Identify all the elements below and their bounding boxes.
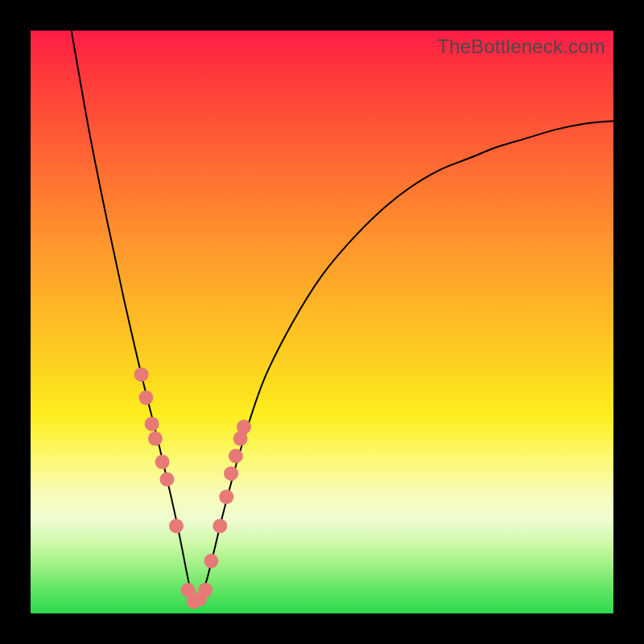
highlight-dot xyxy=(134,367,149,382)
highlight-dot xyxy=(155,455,170,469)
highlight-dot xyxy=(213,518,227,533)
highlight-dot xyxy=(224,466,238,481)
highlight-dots xyxy=(134,367,251,609)
plot-area: TheBottleneck.com xyxy=(31,31,613,613)
highlight-dot xyxy=(148,431,163,446)
highlight-dot xyxy=(229,449,243,464)
chart-svg xyxy=(31,31,613,613)
highlight-dot xyxy=(145,417,159,431)
bottleneck-curve xyxy=(72,31,613,602)
highlight-dot xyxy=(219,489,233,504)
highlight-dot xyxy=(138,390,153,405)
highlight-dot xyxy=(204,554,218,568)
highlight-dot xyxy=(237,419,251,434)
highlight-dot xyxy=(169,518,184,533)
highlight-dot xyxy=(198,583,213,597)
chart-frame: TheBottleneck.com xyxy=(0,0,644,644)
highlight-dot xyxy=(159,473,174,487)
